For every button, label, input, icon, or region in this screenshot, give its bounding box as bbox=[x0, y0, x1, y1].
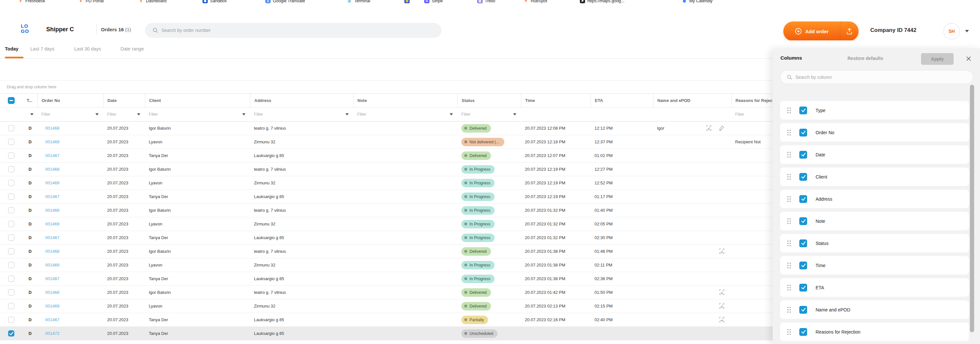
drag-handle-icon[interactable] bbox=[787, 307, 791, 313]
epod-photo-button[interactable] bbox=[706, 125, 712, 132]
row-checkbox[interactable] bbox=[8, 139, 14, 145]
apply-button[interactable]: Apply bbox=[921, 53, 954, 65]
epod-photo-button[interactable] bbox=[719, 317, 725, 323]
column-toggle-item[interactable]: Note bbox=[780, 212, 969, 230]
row-checkbox[interactable] bbox=[8, 262, 14, 268]
column-header-label[interactable]: Time bbox=[525, 98, 535, 103]
row-checkbox[interactable] bbox=[8, 166, 14, 172]
drag-handle-icon[interactable] bbox=[787, 196, 791, 202]
column-toggle-item[interactable]: Status bbox=[780, 234, 969, 252]
column-header-label[interactable]: Order No bbox=[42, 98, 60, 103]
order-number-link[interactable]: 001469 bbox=[45, 180, 59, 185]
user-avatar[interactable]: SH bbox=[943, 23, 960, 40]
column-checkbox[interactable] bbox=[799, 328, 807, 336]
order-number-link[interactable]: 001468 bbox=[45, 126, 59, 131]
user-menu-caret-icon[interactable] bbox=[965, 30, 969, 32]
bookmark-item[interactable]: ∨Dashboard bbox=[138, 0, 167, 4]
bookmark-item[interactable]: ∨PD Portal bbox=[78, 0, 104, 4]
order-number-link[interactable]: 001468 bbox=[45, 167, 59, 172]
filter-dropdown-caret-icon[interactable] bbox=[137, 113, 140, 115]
order-number-link[interactable]: 001468 bbox=[45, 208, 59, 213]
drag-handle-icon[interactable] bbox=[787, 285, 791, 291]
column-checkbox[interactable] bbox=[799, 217, 807, 225]
filter-dropdown-caret-icon[interactable] bbox=[95, 113, 99, 115]
column-checkbox[interactable] bbox=[799, 239, 807, 247]
column-toggle-item[interactable]: Time bbox=[780, 256, 969, 275]
bookmark-item[interactable]: ✳HubSpot bbox=[523, 0, 547, 4]
filter-dropdown-caret-icon[interactable] bbox=[242, 113, 245, 115]
epod-photo-button[interactable] bbox=[719, 289, 725, 296]
filter-dropdown-caret-icon[interactable] bbox=[450, 113, 453, 115]
row-checkbox[interactable] bbox=[8, 317, 14, 323]
order-number-link[interactable]: 001468 bbox=[45, 249, 59, 254]
panel-scrollbar[interactable] bbox=[970, 85, 974, 332]
drag-handle-icon[interactable] bbox=[787, 107, 791, 113]
bookmark-item[interactable]: ➤https://maps.goog... bbox=[580, 0, 624, 4]
drag-handle-icon[interactable] bbox=[787, 240, 791, 246]
filter-dropdown-caret-icon[interactable] bbox=[345, 113, 349, 115]
order-number-link[interactable]: 001467 bbox=[45, 276, 59, 281]
column-toggle-item[interactable]: ETA bbox=[780, 278, 969, 297]
column-checkbox[interactable] bbox=[799, 173, 807, 181]
bookmark-item[interactable]: ◎Terminal bbox=[347, 0, 370, 4]
column-checkbox[interactable] bbox=[799, 107, 807, 114]
row-checkbox[interactable] bbox=[8, 153, 14, 159]
drag-handle-icon[interactable] bbox=[787, 152, 791, 158]
column-header-label[interactable]: Date bbox=[107, 98, 116, 103]
row-checkbox[interactable] bbox=[8, 180, 14, 186]
filter-placeholder[interactable]: Filter bbox=[735, 112, 744, 116]
order-number-link[interactable]: 001469 bbox=[45, 139, 59, 144]
close-icon[interactable] bbox=[965, 56, 972, 62]
order-number-link[interactable]: 001467 bbox=[45, 317, 59, 322]
column-header-label[interactable]: Status bbox=[462, 98, 475, 103]
column-header-label[interactable]: T... bbox=[27, 98, 32, 103]
column-checkbox[interactable] bbox=[799, 284, 807, 291]
add-order-button[interactable]: Add order bbox=[783, 21, 840, 41]
order-number-link[interactable]: 001467 bbox=[45, 153, 59, 158]
row-checkbox[interactable] bbox=[8, 303, 14, 309]
app-logo[interactable]: LOGO bbox=[21, 24, 29, 34]
row-checkbox[interactable] bbox=[8, 221, 14, 227]
bookmark-item[interactable]: ∨Freshdesk bbox=[18, 0, 45, 4]
epod-photo-button[interactable] bbox=[719, 303, 725, 310]
column-header-label[interactable]: Name and ePOD bbox=[657, 98, 690, 103]
bookmark-item[interactable]: SStripe bbox=[424, 0, 443, 4]
row-checkbox[interactable] bbox=[8, 193, 14, 200]
tab-last-30-days[interactable]: Last 30 days bbox=[74, 46, 101, 51]
bookmark-item[interactable]: ◆Sandbox bbox=[202, 0, 227, 4]
drag-handle-icon[interactable] bbox=[787, 174, 791, 180]
filter-dropdown-caret-icon[interactable] bbox=[30, 113, 33, 115]
column-header-label[interactable]: Client bbox=[149, 98, 161, 103]
row-checkbox[interactable] bbox=[8, 234, 14, 241]
row-checkbox[interactable] bbox=[8, 125, 14, 131]
drag-handle-icon[interactable] bbox=[787, 329, 791, 335]
row-checkbox[interactable] bbox=[8, 330, 14, 336]
tab-today[interactable]: Today bbox=[5, 46, 19, 51]
column-header-label[interactable]: Address bbox=[254, 98, 271, 103]
column-toggle-item[interactable]: Client bbox=[780, 167, 969, 186]
column-checkbox[interactable] bbox=[799, 151, 807, 159]
column-checkbox[interactable] bbox=[799, 306, 807, 314]
row-checkbox[interactable] bbox=[8, 248, 14, 255]
column-header-label[interactable]: Note bbox=[358, 98, 367, 103]
column-toggle-item[interactable]: Reasons for Rejection bbox=[780, 323, 969, 341]
tab-last-7-days[interactable]: Last 7 days bbox=[30, 46, 54, 51]
drag-handle-icon[interactable] bbox=[787, 263, 791, 268]
filter-placeholder[interactable]: Filter bbox=[357, 112, 366, 116]
column-toggle-item[interactable]: Name and ePOD bbox=[780, 300, 969, 319]
column-toggle-item[interactable]: Address bbox=[780, 190, 969, 208]
column-checkbox[interactable] bbox=[799, 129, 807, 137]
order-number-link[interactable]: 001467 bbox=[45, 235, 59, 240]
order-search-input[interactable]: Search by order number bbox=[145, 23, 441, 38]
row-checkbox[interactable] bbox=[8, 276, 14, 282]
column-checkbox[interactable] bbox=[799, 195, 807, 203]
drag-handle-icon[interactable] bbox=[787, 218, 791, 224]
filter-placeholder[interactable]: Filter bbox=[107, 112, 116, 116]
filter-placeholder[interactable]: Filter bbox=[254, 112, 263, 116]
filter-placeholder[interactable]: Filter bbox=[41, 112, 51, 116]
order-number-link[interactable]: 001469 bbox=[45, 221, 59, 226]
column-toggle-item[interactable]: Date bbox=[780, 145, 969, 164]
restore-defaults-button[interactable]: Restore defaults bbox=[848, 56, 883, 61]
filter-placeholder[interactable]: Filter bbox=[461, 112, 471, 116]
order-number-link[interactable]: 001469 bbox=[45, 304, 59, 309]
